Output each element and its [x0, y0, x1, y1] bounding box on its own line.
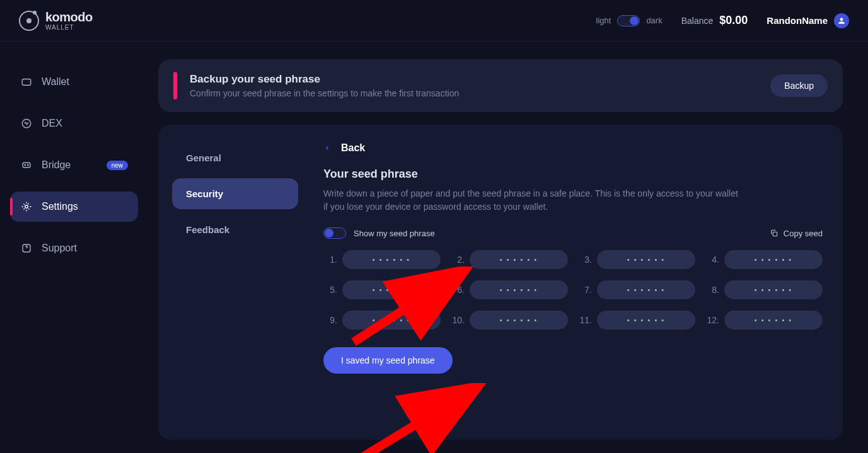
sidebar-item-dex[interactable]: DEX	[10, 108, 138, 139]
sidebar-item-label: Settings	[42, 201, 78, 212]
copy-seed-label: Copy seed	[784, 229, 823, 238]
sidebar-item-bridge[interactable]: Bridge new	[10, 150, 138, 180]
seed-mask: • • • • • •	[342, 250, 441, 269]
sidebar: Wallet DEX Bridge new Settings Support	[0, 42, 148, 453]
svg-point-5	[25, 205, 28, 209]
banner-title: Backup your seed phrase	[190, 73, 459, 86]
balance-label: Balance	[681, 16, 714, 26]
svg-point-4	[28, 164, 29, 166]
banner-subtitle: Confirm your seed phrase in the settings…	[190, 88, 459, 98]
show-seed-label: Show my seed phrase	[354, 229, 435, 238]
tab-general[interactable]: General	[172, 142, 298, 173]
seed-mask: • • • • • •	[470, 311, 568, 330]
seed-word-5: 5.• • • • • •	[323, 280, 441, 299]
app-header: komodo WALLET light dark Balance $0.00 R…	[0, 0, 868, 42]
seed-mask: • • • • • •	[597, 280, 695, 299]
support-icon	[20, 242, 33, 255]
bridge-icon	[20, 159, 33, 171]
theme-dark-label: dark	[646, 16, 662, 25]
banner-accent	[173, 72, 177, 100]
seed-word-1: 1.• • • • • •	[323, 250, 441, 269]
show-seed-switch[interactable]	[323, 227, 346, 239]
new-badge: new	[107, 161, 128, 170]
seed-word-11: 11.• • • • • •	[578, 311, 695, 330]
avatar-icon	[834, 13, 849, 28]
sidebar-item-label: Support	[42, 243, 77, 254]
backup-button[interactable]: Backup	[770, 74, 828, 97]
back-label: Back	[341, 142, 365, 154]
seed-word-6: 6.• • • • • •	[451, 280, 568, 299]
seed-word-7: 7.• • • • • •	[578, 280, 695, 299]
theme-toggle[interactable]: light dark	[596, 15, 663, 26]
main-content: Backup your seed phrase Confirm your see…	[148, 42, 868, 453]
seed-word-2: 2.• • • • • •	[451, 250, 568, 269]
saved-seed-button[interactable]: I saved my seed phrase	[323, 347, 453, 374]
logo-name: komodo	[45, 11, 93, 23]
komodo-icon	[19, 11, 39, 31]
seed-description: Write down a piece of paper and put the …	[323, 187, 739, 214]
seed-word-9: 9.• • • • • •	[323, 311, 441, 330]
seed-grid: 1.• • • • • • 2.• • • • • • 3.• • • • • …	[323, 250, 823, 330]
svg-point-3	[25, 164, 26, 166]
backup-banner: Backup your seed phrase Confirm your see…	[158, 59, 843, 112]
seed-mask: • • • • • •	[342, 311, 441, 330]
settings-nav: General Security Feedback	[172, 142, 298, 422]
svg-rect-2	[23, 163, 30, 168]
back-button[interactable]: Back	[323, 142, 823, 154]
seed-mask: • • • • • •	[597, 250, 695, 269]
seed-mask: • • • • • •	[724, 311, 823, 330]
logo-subtitle: WALLET	[45, 25, 93, 31]
chevron-left-icon	[323, 144, 331, 152]
seed-word-8: 8.• • • • • •	[705, 280, 823, 299]
settings-panel: General Security Feedback Back Your seed…	[158, 125, 843, 440]
settings-body: Back Your seed phrase Write down a piece…	[317, 142, 829, 422]
settings-icon	[20, 200, 33, 213]
copy-icon	[770, 229, 778, 238]
seed-word-4: 4.• • • • • •	[705, 250, 823, 269]
sidebar-item-label: Wallet	[42, 76, 69, 88]
theme-toggle-switch[interactable]	[617, 15, 640, 26]
user-menu[interactable]: RandonName	[767, 13, 849, 28]
dex-icon	[20, 117, 33, 130]
seed-title: Your seed phrase	[323, 168, 823, 181]
seed-mask: • • • • • •	[724, 280, 823, 299]
tab-security[interactable]: Security	[172, 178, 298, 209]
seed-mask: • • • • • •	[724, 250, 823, 269]
seed-word-10: 10.• • • • • •	[451, 311, 568, 330]
user-name: RandonName	[767, 15, 828, 26]
logo[interactable]: komodo WALLET	[19, 11, 93, 31]
copy-seed-button[interactable]: Copy seed	[770, 229, 823, 238]
seed-mask: • • • • • •	[597, 311, 695, 330]
wallet-icon	[20, 76, 33, 88]
tab-feedback[interactable]: Feedback	[172, 214, 298, 245]
theme-light-label: light	[596, 16, 611, 25]
svg-rect-7	[773, 232, 777, 236]
sidebar-item-settings[interactable]: Settings	[10, 192, 138, 222]
sidebar-item-label: Bridge	[42, 159, 71, 171]
show-seed-toggle[interactable]: Show my seed phrase	[323, 227, 435, 239]
sidebar-item-support[interactable]: Support	[10, 233, 138, 263]
svg-rect-0	[22, 79, 31, 86]
balance: Balance $0.00	[681, 14, 748, 27]
sidebar-item-label: DEX	[42, 118, 62, 129]
balance-value: $0.00	[719, 14, 748, 27]
seed-mask: • • • • • •	[342, 280, 441, 299]
seed-word-12: 12.• • • • • •	[705, 311, 823, 330]
seed-mask: • • • • • •	[470, 250, 568, 269]
seed-mask: • • • • • •	[470, 280, 568, 299]
sidebar-item-wallet[interactable]: Wallet	[10, 67, 138, 97]
seed-word-3: 3.• • • • • •	[578, 250, 695, 269]
